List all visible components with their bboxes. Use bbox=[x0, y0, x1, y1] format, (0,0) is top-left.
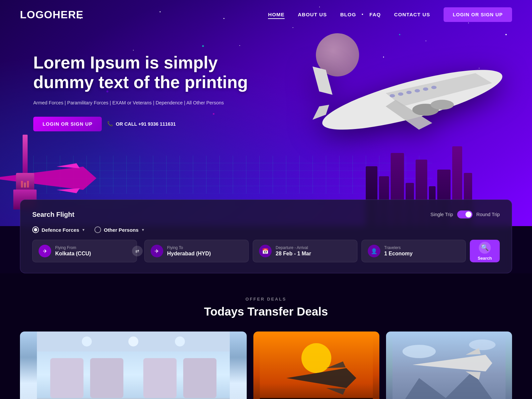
search-icon: 🔍 bbox=[479, 242, 491, 254]
nav-item-faq[interactable]: FAQ bbox=[369, 12, 381, 18]
svg-point-3 bbox=[406, 91, 412, 94]
flying-to-value: Hyderabad (HYD) bbox=[167, 251, 211, 257]
flying-from-value: Kolkata (CCU) bbox=[55, 251, 91, 257]
travelers-label: Travelers bbox=[384, 245, 413, 250]
deals-grid: Dhanbad to Srinagar bbox=[20, 332, 512, 399]
hero-login-button[interactable]: LOGIN OR SIGN UP bbox=[33, 117, 102, 131]
deal-card-3[interactable]: Dhanbad to Srinagar bbox=[386, 332, 512, 399]
departure-field[interactable]: 📅 Departure - Arrival 28 Feb - 1 Mar bbox=[253, 240, 357, 262]
flying-to-field[interactable]: ✈ Flying To Hyderabad (HYD) bbox=[144, 240, 249, 262]
hero-section: Lorem Ipsum is simply dummy text of the … bbox=[0, 0, 532, 226]
search-panel-wrapper: Search Flight Single Trip Round Trip Def… bbox=[20, 200, 512, 273]
nav-item-about[interactable]: ABOUT US bbox=[298, 12, 327, 18]
svg-point-6 bbox=[431, 86, 437, 89]
svg-point-1 bbox=[390, 94, 395, 97]
nav-item-contact[interactable]: CONTACT US bbox=[394, 12, 430, 18]
svg-rect-17 bbox=[183, 358, 216, 398]
flying-to-icon: ✈ bbox=[151, 245, 163, 257]
svg-rect-15 bbox=[90, 358, 123, 398]
calendar-icon: 📅 bbox=[259, 245, 272, 257]
phone-icon: 📞 bbox=[107, 121, 113, 127]
person-types: Defence Forces ▾ Other Persons ▾ bbox=[32, 226, 500, 233]
deal-card-1[interactable]: Dhanbad to Srinagar bbox=[20, 332, 247, 399]
other-chevron: ▾ bbox=[142, 228, 144, 232]
departure-label: Departure - Arrival bbox=[276, 245, 311, 250]
svg-point-4 bbox=[415, 89, 420, 92]
logo: LOGOHERE bbox=[20, 9, 83, 21]
trip-toggle: Single Trip Round Trip bbox=[431, 210, 500, 218]
hero-content: Lorem Ipsum is simply dummy text of the … bbox=[33, 53, 253, 131]
search-flight-title: Search Flight bbox=[32, 211, 74, 218]
defence-chevron: ▾ bbox=[82, 228, 84, 232]
svg-point-20 bbox=[302, 343, 332, 373]
flying-from-icon: ✈ bbox=[39, 245, 51, 257]
deal-image-3 bbox=[386, 332, 512, 399]
nav-links: HOME ABOUT US BLOG FAQ CONTACT US LOGIN … bbox=[268, 7, 512, 22]
deals-main-title: Todays Transfer Deals bbox=[20, 305, 512, 318]
svg-point-12 bbox=[128, 336, 138, 346]
deal-image-2 bbox=[253, 332, 379, 399]
svg-rect-14 bbox=[50, 358, 83, 398]
travelers-value: 1 Economy bbox=[384, 251, 413, 257]
person-type-other[interactable]: Other Persons ▾ bbox=[94, 226, 144, 233]
defence-radio[interactable] bbox=[32, 226, 39, 233]
tower-building bbox=[13, 135, 37, 209]
svg-point-13 bbox=[175, 336, 185, 346]
single-trip-label: Single Trip bbox=[431, 212, 453, 217]
search-button[interactable]: 🔍 Search bbox=[470, 240, 500, 262]
svg-point-5 bbox=[423, 87, 428, 91]
nav-item-home[interactable]: HOME bbox=[268, 12, 285, 18]
hero-buttons: LOGIN OR SIGN UP 📞 OR CALL +91 9336 1116… bbox=[33, 117, 253, 131]
person-type-defence[interactable]: Defence Forces ▾ bbox=[32, 226, 84, 233]
flying-to-label: Flying To bbox=[167, 245, 211, 250]
round-trip-label: Round Trip bbox=[476, 212, 500, 217]
flying-from-field[interactable]: ✈ Flying From Kolkata (CCU) ⇄ bbox=[32, 240, 137, 262]
svg-point-11 bbox=[82, 336, 92, 346]
svg-point-23 bbox=[403, 345, 436, 358]
departure-value: 28 Feb - 1 Mar bbox=[276, 251, 311, 257]
flying-from-label: Flying From bbox=[55, 245, 91, 250]
svg-point-24 bbox=[469, 339, 496, 350]
search-panel-header: Search Flight Single Trip Round Trip bbox=[32, 210, 500, 218]
nav-item-blog[interactable]: BLOG bbox=[340, 12, 356, 18]
navbar: LOGOHERE HOME ABOUT US BLOG FAQ CONTACT … bbox=[0, 0, 532, 29]
hero-subtitle: Armed Forces | Paramilitary Forces | EXA… bbox=[33, 99, 253, 107]
call-button[interactable]: 📞 OR CALL +91 9336 111631 bbox=[107, 121, 176, 127]
hero-title: Lorem Ipsum is simply dummy text of the … bbox=[33, 53, 253, 92]
deals-sub-title: OFFER DEALS bbox=[20, 297, 512, 302]
deals-section: OFFER DEALS Todays Transfer Deals bbox=[0, 273, 532, 399]
svg-point-8 bbox=[431, 100, 454, 110]
trip-toggle-switch[interactable] bbox=[457, 210, 472, 218]
search-fields: ✈ Flying From Kolkata (CCU) ⇄ ✈ Flying T… bbox=[32, 240, 500, 262]
deal-image-1 bbox=[20, 332, 247, 399]
search-panel: Search Flight Single Trip Round Trip Def… bbox=[20, 200, 512, 273]
travelers-icon: 👤 bbox=[368, 245, 380, 257]
swap-button[interactable]: ⇄ bbox=[132, 246, 143, 256]
svg-rect-16 bbox=[143, 358, 177, 398]
nav-item-login[interactable]: LOGIN OR SIGN UP bbox=[444, 7, 512, 22]
other-radio[interactable] bbox=[94, 226, 101, 233]
deal-card-2[interactable]: Dhanbad to Srinagar bbox=[253, 332, 379, 399]
travelers-field[interactable]: 👤 Travelers 1 Economy bbox=[361, 240, 466, 262]
svg-point-2 bbox=[398, 92, 403, 96]
